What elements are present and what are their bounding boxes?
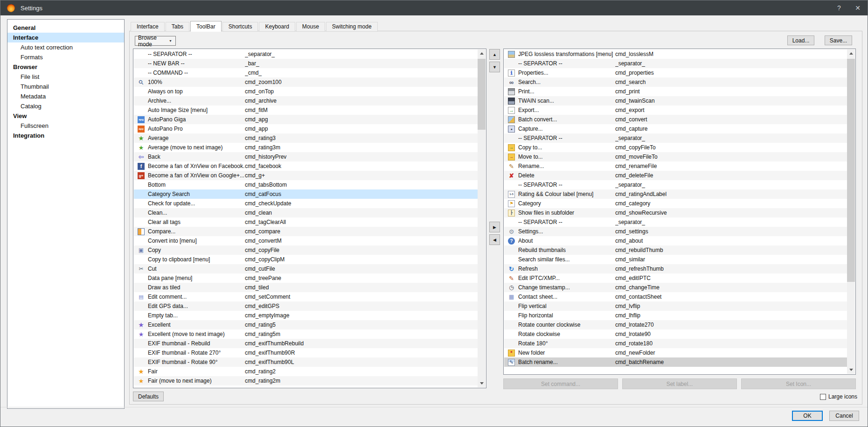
command-row[interactable]: appAutoPano Procmd_app — [134, 124, 478, 133]
command-row[interactable]: ⇦Backcmd_historyPrev — [134, 152, 478, 161]
command-row[interactable]: Search similar files...cmd_similar — [504, 255, 847, 264]
command-row[interactable]: Convert into [menu]cmd_convertM — [134, 236, 478, 245]
command-row[interactable]: Edit GPS data...cmd_editGPS — [134, 301, 478, 311]
command-row[interactable]: ?Aboutcmd_about — [504, 236, 847, 245]
large-icons-checkbox[interactable] — [820, 394, 826, 400]
command-row[interactable]: Clean...cmd_clean — [134, 208, 478, 217]
command-row[interactable]: ★Fair (move to next image)cmd_rating2m — [134, 376, 478, 385]
tab-mouse[interactable]: Mouse — [296, 22, 325, 32]
command-row[interactable]: JPEG lossless transformations [menu]cmd_… — [504, 49, 847, 59]
command-row[interactable]: ✎Edit IPTC/XMP...cmd_editIPTC — [504, 273, 847, 283]
command-row[interactable]: ★Averagecmd_rating3 — [134, 133, 478, 143]
sidebar-item-general[interactable]: General — [7, 23, 124, 33]
toolbar-mode-select[interactable]: Browse mode ▼ — [135, 36, 176, 46]
command-row[interactable]: ●Capture...cmd_capture — [504, 124, 847, 133]
command-row[interactable]: -- NEW BAR --_bar_ — [134, 59, 478, 68]
command-row[interactable]: apgAutoPano Gigacmd_apg — [134, 115, 478, 124]
set-icon-button[interactable]: Set Icon... — [741, 378, 856, 389]
command-row[interactable]: Copy to clipboard [menu]cmd_copyClipM — [134, 255, 478, 264]
command-row[interactable]: Rotate clockwisecmd_lrotate90 — [504, 329, 847, 339]
move-up-button[interactable]: ▲ — [489, 49, 500, 60]
set-label-button[interactable]: Set label... — [622, 378, 737, 389]
tab-keyboard[interactable]: Keyboard — [259, 22, 295, 32]
command-row[interactable]: -- SEPARATOR --_separator_ — [504, 180, 847, 189]
command-row[interactable]: ⚲100%cmd_zoom100 — [134, 77, 478, 87]
command-row[interactable]: ∞Search...cmd_search — [504, 77, 847, 87]
scroll-down-icon[interactable] — [478, 379, 486, 387]
command-row[interactable]: →Export...cmd_export — [504, 105, 847, 115]
command-row[interactable]: ✎Rename...cmd_renameFile — [504, 161, 847, 171]
command-row[interactable]: Archive...cmd_archive — [134, 96, 478, 105]
left-list-scrollbar[interactable] — [478, 49, 486, 387]
command-row[interactable]: ▤Edit comment...cmd_setComment — [134, 292, 478, 301]
sidebar-item-browser[interactable]: Browser — [7, 62, 124, 72]
command-row[interactable]: Draw as tiledcmd_tiled — [134, 283, 478, 292]
set-command-button[interactable]: Set command... — [503, 378, 618, 389]
command-row[interactable]: ▦Contact sheet...cmd_contactSheet — [504, 292, 847, 301]
command-row[interactable]: Batch convert...cmd_convert — [504, 115, 847, 124]
sidebar-item-fullscreen[interactable]: Fullscreen — [7, 121, 124, 131]
command-row[interactable]: ▣Copycmd_copyFile — [134, 245, 478, 255]
command-row[interactable]: -- COMMAND --_cmd_ — [134, 68, 478, 77]
command-row[interactable]: Check for update...cmd_checkUpdate — [134, 199, 478, 208]
command-row[interactable]: ⚑Categorycmd_category — [504, 199, 847, 208]
tab-interface[interactable]: Interface — [131, 22, 165, 32]
command-row[interactable]: Always on topcmd_onTop — [134, 87, 478, 96]
command-row[interactable]: Compare...cmd_compare — [134, 227, 478, 236]
command-row[interactable]: Flip verticalcmd_lvflip — [504, 301, 847, 311]
sidebar-item-view[interactable]: View — [7, 111, 124, 121]
save-button[interactable]: Save... — [825, 35, 852, 45]
right-list-scrollbar[interactable] — [847, 49, 855, 374]
cancel-button[interactable]: Cancel — [829, 411, 859, 421]
defaults-button[interactable]: Defaults — [133, 392, 164, 401]
command-row[interactable]: Category Searchcmd_catFocus — [134, 189, 478, 199]
command-row[interactable]: ★Excellent (move to next image)cmd_ratin… — [134, 329, 478, 339]
command-row[interactable]: ⚙Settings...cmd_settings — [504, 227, 847, 236]
command-row[interactable]: 1-5Rating && Colour label [menu]cmd_rati… — [504, 189, 847, 199]
window-close-button[interactable]: ✕ — [849, 0, 867, 15]
command-row[interactable]: ✘Deletecmd_deleteFile — [504, 171, 847, 180]
left-scrollbar-thumb[interactable] — [478, 59, 486, 130]
right-scrollbar-thumb[interactable] — [847, 59, 855, 282]
scroll-up-icon[interactable] — [478, 49, 486, 57]
sidebar-item-catalog[interactable]: Catalog — [7, 101, 124, 111]
tab-shortcuts[interactable]: Shortcuts — [222, 22, 258, 32]
command-row[interactable]: ◷Change timestamp...cmd_changeTime — [504, 283, 847, 292]
command-row[interactable]: -- SEPARATOR --_separator_ — [504, 133, 847, 143]
command-row[interactable]: ✂Cutcmd_cutFile — [134, 264, 478, 273]
sidebar-item-metadata[interactable]: Metadata — [7, 91, 124, 101]
remove-command-button[interactable]: ◀ — [489, 234, 500, 245]
scroll-up-icon[interactable] — [847, 49, 855, 57]
large-icons-option[interactable]: Large icons — [820, 393, 857, 400]
command-row[interactable]: Clear all tagscmd_tagClearAll — [134, 217, 478, 227]
move-down-button[interactable]: ▼ — [489, 62, 500, 72]
command-row[interactable]: ┣Show files in subfoldercmd_showRecursiv… — [504, 208, 847, 217]
command-row[interactable]: -- SEPARATOR --_separator_ — [504, 59, 847, 68]
command-row[interactable]: -- SEPARATOR --_separator_ — [134, 49, 478, 59]
command-row[interactable]: →Copy to...cmd_copyFileTo — [504, 143, 847, 152]
command-row[interactable]: Rotate 180°cmd_rotate180 — [504, 339, 847, 348]
command-row[interactable]: g+Become a fan of XnView on Google+...cm… — [134, 171, 478, 180]
command-row[interactable]: Bottomcmd_tabsBottom — [134, 180, 478, 189]
tab-switching-mode[interactable]: Switching mode — [326, 22, 378, 32]
command-row[interactable]: *New foldercmd_newFolder — [504, 348, 847, 357]
command-row[interactable]: Print...cmd_print — [504, 87, 847, 96]
command-row[interactable]: ↻Refreshcmd_refreshThumb — [504, 264, 847, 273]
sidebar-item-interface[interactable]: Interface — [7, 33, 124, 42]
sidebar-item-integration[interactable]: Integration — [7, 131, 124, 140]
command-row[interactable]: EXIF thumbnail - Rotate 90°cmd_exifThumb… — [134, 357, 478, 367]
command-row[interactable]: →Move to...cmd_moveFileTo — [504, 152, 847, 161]
sidebar-item-formats[interactable]: Formats — [7, 52, 124, 62]
sidebar-item-auto-text-correction[interactable]: Auto text correction — [7, 42, 124, 52]
sidebar-item-thumbnail[interactable]: Thumbnail — [7, 82, 124, 91]
command-row[interactable]: EXIF thumbnail - Rotate 270°cmd_exifThum… — [134, 348, 478, 357]
command-row[interactable]: ★Faircmd_rating2 — [134, 367, 478, 376]
ok-button[interactable]: OK — [792, 411, 823, 421]
command-row[interactable]: ★Average (move to next image)cmd_rating3… — [134, 143, 478, 152]
sidebar-item-file-list[interactable]: File list — [7, 72, 124, 82]
scroll-down-icon[interactable] — [847, 366, 855, 374]
command-row[interactable]: ★Excellentcmd_rating5 — [134, 320, 478, 329]
command-row[interactable]: Rebuild thumbnailscmd_rebuildThumb — [504, 245, 847, 255]
command-row[interactable]: Auto Image Size [menu]cmd_fitM — [134, 105, 478, 115]
command-row[interactable]: Empty tab...cmd_emptyImage — [134, 311, 478, 320]
